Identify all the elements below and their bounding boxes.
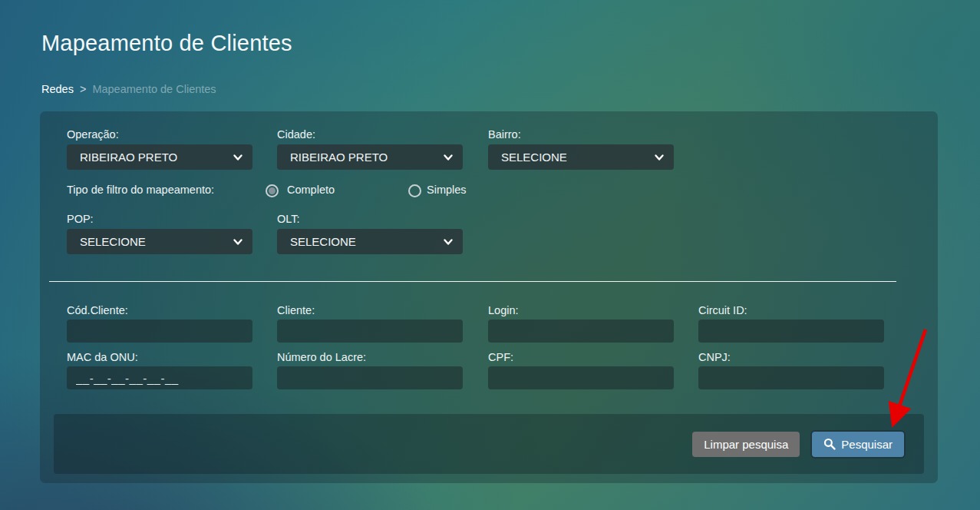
chevron-down-icon [654, 152, 665, 163]
radio-dot [411, 187, 418, 194]
login-input[interactable] [488, 320, 674, 343]
cidade-label: Cidade: [277, 128, 315, 141]
cpf-input[interactable] [488, 366, 674, 389]
limpar-pesquisa-label: Limpar pesquisa [704, 438, 788, 451]
cliente-label: Cliente: [277, 304, 315, 316]
breadcrumb: Redes>Mapeamento de Clientes [41, 83, 216, 95]
section-divider [49, 281, 896, 282]
chevron-down-icon [443, 237, 454, 247]
pesquisar-label: Pesquisar [841, 438, 893, 451]
limpar-pesquisa-button[interactable]: Limpar pesquisa [692, 432, 800, 457]
breadcrumb-separator: > [80, 83, 86, 95]
tipo-filtro-label: Tipo de filtro do mapeamento: [67, 184, 214, 196]
radio-completo-label[interactable]: Completo [287, 184, 335, 196]
actions-bar: Limpar pesquisa Pesquisar [54, 414, 924, 474]
pop-select-value: SELECIONE [67, 235, 233, 248]
mac-onu-input[interactable] [67, 366, 252, 389]
pop-select[interactable]: SELECIONE [67, 229, 252, 254]
pesquisar-button[interactable]: Pesquisar [812, 432, 904, 457]
search-icon [823, 438, 836, 450]
pop-label: POP: [67, 213, 94, 225]
bairro-label: Bairro: [488, 128, 521, 141]
chevron-down-icon [443, 152, 454, 163]
cpf-label: CPF: [488, 351, 513, 363]
operacao-select-value: RIBEIRAO PRETO [67, 151, 233, 164]
olt-label: OLT: [277, 213, 300, 225]
cidade-select[interactable]: RIBEIRAO PRETO [277, 144, 463, 170]
chevron-down-icon [233, 237, 243, 247]
login-label: Login: [488, 304, 519, 316]
cidade-select-value: RIBEIRAO PRETO [277, 151, 443, 164]
circuit-id-input[interactable] [698, 320, 884, 343]
cnpj-input[interactable] [698, 366, 884, 389]
radio-completo[interactable] [266, 184, 279, 197]
olt-select-value: SELECIONE [277, 235, 443, 248]
olt-select[interactable]: SELECIONE [277, 229, 463, 254]
breadcrumb-link-redes[interactable]: Redes [41, 83, 74, 95]
circuit-id-label: Circuit ID: [698, 304, 747, 316]
radio-simples[interactable] [408, 184, 421, 197]
radio-dot [269, 187, 276, 194]
mac-onu-label: MAC da ONU: [67, 351, 138, 363]
page-title: Mapeamento de Clientes [41, 31, 292, 56]
radio-simples-label[interactable]: Simples [427, 184, 467, 196]
numero-lacre-input[interactable] [277, 366, 463, 389]
bairro-select[interactable]: SELECIONE [488, 144, 674, 170]
numero-lacre-label: Número do Lacre: [277, 351, 366, 363]
operacao-label: Operação: [67, 128, 119, 141]
breadcrumb-current: Mapeamento de Clientes [92, 83, 216, 95]
bairro-select-value: SELECIONE [488, 151, 654, 164]
cod-cliente-label: Cód.Cliente: [67, 304, 128, 316]
chevron-down-icon [233, 152, 243, 163]
cnpj-label: CNPJ: [698, 351, 731, 363]
cliente-input[interactable] [277, 320, 463, 343]
cod-cliente-input[interactable] [67, 320, 252, 343]
filter-panel: Operação: RIBEIRAO PRETO Cidade: RIBEIRA… [40, 111, 938, 483]
operacao-select[interactable]: RIBEIRAO PRETO [67, 144, 252, 170]
